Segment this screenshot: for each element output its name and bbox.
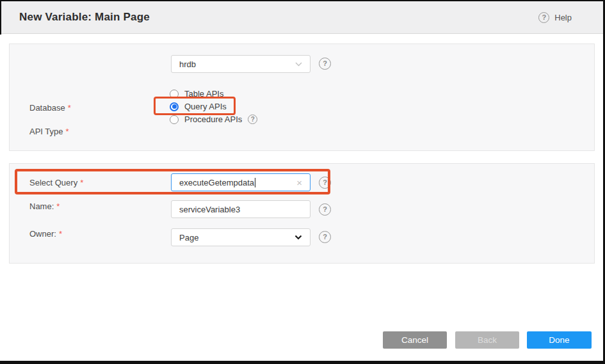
select-query-required-mark: *: [80, 178, 83, 187]
api-type-label-text: API Type: [29, 127, 63, 136]
cancel-button[interactable]: Cancel: [383, 331, 447, 349]
database-dropdown[interactable]: hrdb: [171, 55, 311, 73]
owner-select[interactable]: Page: [171, 228, 311, 246]
frame-bottom: [0, 361, 605, 364]
radio-table-apis-label: Table APIs: [184, 89, 223, 99]
name-input[interactable]: [171, 200, 311, 218]
radio-query-apis[interactable]: Query APIs: [170, 102, 227, 111]
radio-table-apis[interactable]: Table APIs: [170, 89, 223, 99]
frame-left: [0, 0, 1, 35]
help-label: Help: [554, 13, 572, 22]
radio-circle-icon: [170, 90, 179, 99]
name-label: Name:*: [29, 202, 60, 211]
database-label-text: Database: [29, 103, 65, 113]
owner-required-mark: *: [59, 229, 62, 239]
database-required-mark: *: [68, 103, 71, 113]
radio-query-apis-label: Query APIs: [184, 102, 227, 111]
name-help-icon[interactable]: ?: [319, 203, 331, 216]
procedure-apis-help-icon[interactable]: ?: [248, 115, 257, 124]
database-dropdown-value: hrdb: [179, 59, 196, 69]
frame-top: [0, 0, 605, 1]
radio-procedure-apis-label: Procedure APIs: [184, 115, 242, 124]
help-icon: ?: [538, 12, 549, 23]
dialog-title: New Variable: Main Page: [19, 11, 150, 24]
variable-config-panel: Select Query* executeGetempdata × ? Name…: [9, 163, 595, 264]
api-type-required-mark: *: [66, 127, 69, 136]
dialog-header: New Variable: Main Page ? Help: [0, 1, 605, 34]
database-label: Database*: [29, 103, 71, 113]
name-label-text: Name:: [29, 202, 54, 211]
select-query-label-text: Select Query: [29, 178, 77, 187]
api-type-label: API Type*: [29, 127, 69, 136]
radio-circle-icon: [170, 115, 179, 124]
api-config-panel: Database* hrdb ? API Type* Table APIs Qu…: [9, 44, 595, 151]
chevron-down-icon: [295, 62, 302, 67]
radio-procedure-apis[interactable]: Procedure APIs ?: [170, 115, 257, 124]
owner-help-icon[interactable]: ?: [319, 231, 331, 243]
select-query-value: executeGetempdata: [179, 178, 254, 187]
back-button[interactable]: Back: [455, 331, 519, 349]
database-help-icon[interactable]: ?: [319, 58, 331, 70]
clear-icon[interactable]: ×: [296, 178, 302, 187]
name-required-mark: *: [56, 202, 60, 211]
radio-circle-selected-icon: [170, 102, 179, 111]
select-query-label: Select Query*: [29, 178, 83, 187]
chevron-down-bold-icon: [294, 235, 302, 240]
owner-label-text: Owner:: [29, 229, 56, 239]
done-button[interactable]: Done: [527, 331, 592, 349]
select-query-input[interactable]: executeGetempdata ×: [171, 173, 311, 191]
owner-label: Owner:*: [29, 229, 62, 239]
new-variable-dialog: New Variable: Main Page ? Help Database*…: [0, 0, 605, 364]
owner-select-value: Page: [179, 233, 198, 242]
text-caret: [255, 178, 255, 187]
help-button[interactable]: ? Help: [538, 12, 572, 23]
select-query-help-icon[interactable]: ?: [319, 177, 331, 189]
